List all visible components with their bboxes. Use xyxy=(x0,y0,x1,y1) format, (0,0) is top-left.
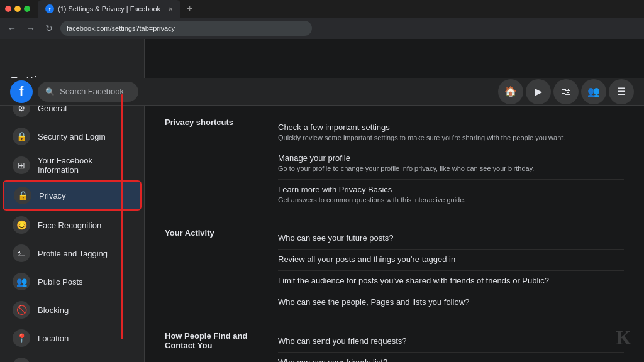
minimize-dot[interactable] xyxy=(14,6,21,12)
facebook-info-icon: ⊞ xyxy=(13,156,30,174)
close-dot[interactable] xyxy=(5,6,11,12)
activity-item-limit-audience[interactable]: Limit the audience for posts you've shar… xyxy=(278,271,624,292)
tab-close-button[interactable]: ✕ xyxy=(168,6,173,13)
search-bar[interactable]: 🔍 Search Facebook xyxy=(38,82,138,102)
maximize-dot[interactable] xyxy=(24,6,30,12)
privacy-icon: 🔒 xyxy=(14,187,31,204)
address-bar-row: ← → ↻ facebook.com/settings?tab=privacy xyxy=(0,18,644,39)
contact-friend-requests-title: Who can send you friend requests? xyxy=(278,336,624,346)
sidebar-item-location[interactable]: 📍 Location xyxy=(3,324,142,352)
privacy-item-check[interactable]: Check a few important settings Quickly r… xyxy=(278,118,624,148)
forward-button[interactable]: → xyxy=(24,21,38,36)
activity-item-future-posts[interactable]: Who can see your future posts? xyxy=(278,228,624,250)
activity-item-who-follow[interactable]: Who can see the people, Pages and lists … xyxy=(278,292,624,313)
active-tab[interactable]: f (1) Settings & Privacy | Facebook ✕ xyxy=(38,0,180,18)
sidebar-label-security: Security and Login xyxy=(38,132,106,141)
sidebar-label-profile-tagging: Profile and Tagging xyxy=(38,249,108,258)
privacy-item-basics-title: Learn more with Privacy Basics xyxy=(278,185,624,194)
address-bar[interactable]: facebook.com/settings?tab=privacy xyxy=(60,21,312,36)
sidebar-item-privacy[interactable]: 🔒 Privacy xyxy=(3,180,142,211)
activity-who-follow-title: Who can see the people, Pages and lists … xyxy=(278,297,624,307)
privacy-item-profile-title: Manage your profile xyxy=(278,153,624,163)
privacy-item-basics-desc: Get answers to common questions with thi… xyxy=(278,195,624,205)
tab-bar: f (1) Settings & Privacy | Facebook ✕ + xyxy=(0,0,644,18)
tab-title: (1) Settings & Privacy | Facebook xyxy=(58,5,160,13)
sidebar-item-blocking[interactable]: 🚫 Blocking xyxy=(3,296,142,324)
privacy-item-profile[interactable]: Manage your profile Go to your profile t… xyxy=(278,148,624,179)
blocking-icon: 🚫 xyxy=(13,301,30,319)
tab-favicon: f xyxy=(45,4,54,13)
video-icon-button[interactable]: ▶ xyxy=(526,79,551,104)
privacy-item-basics[interactable]: Learn more with Privacy Basics Get answe… xyxy=(278,180,624,210)
activity-item-review-posts[interactable]: Review all your posts and things you're … xyxy=(278,250,624,271)
section-label-find-contact: How People Find and Contact You xyxy=(165,331,278,350)
contact-item-friend-requests[interactable]: Who can send you friend requests? xyxy=(278,331,624,353)
sidebar-item-language[interactable]: Aa Language and Region xyxy=(3,353,142,362)
activity-future-posts-title: Who can see your future posts? xyxy=(278,233,624,243)
profile-tagging-icon: 🏷 xyxy=(13,244,30,262)
section-your-activity: Your Activity Who can see your future po… xyxy=(165,219,624,322)
location-icon: 📍 xyxy=(13,329,30,347)
privacy-item-check-desc: Quickly review some important settings t… xyxy=(278,133,624,143)
section-privacy-shortcuts: Privacy shortcuts Check a few important … xyxy=(165,109,624,219)
contact-friends-list-title: Who can see your friends list? xyxy=(278,358,624,362)
security-icon: 🔒 xyxy=(13,128,30,145)
sidebar-label-blocking: Blocking xyxy=(38,305,69,315)
privacy-item-check-title: Check a few important settings xyxy=(278,123,624,132)
refresh-button[interactable]: ↻ xyxy=(43,21,55,36)
sidebar-label-public-posts: Public Posts xyxy=(38,277,83,287)
language-icon: Aa xyxy=(13,358,30,362)
search-icon: 🔍 xyxy=(45,87,55,96)
sidebar-item-facebook-info[interactable]: ⊞ Your Facebook Information xyxy=(3,151,142,180)
sidebar-item-face-recognition[interactable]: 😊 Face Recognition xyxy=(3,211,142,239)
nav-icons: 🏠 ▶ 🛍 👥 ☰ xyxy=(498,79,634,104)
content-area: Privacy Settings and Tools Privacy short… xyxy=(145,67,644,362)
sidebar-item-security[interactable]: 🔒 Security and Login xyxy=(3,123,142,150)
section-content-privacy-shortcuts: Check a few important settings Quickly r… xyxy=(278,118,624,210)
menu-icon-button[interactable]: ☰ xyxy=(609,79,634,104)
sidebar-item-profile-tagging[interactable]: 🏷 Profile and Tagging xyxy=(3,239,142,267)
section-label-your-activity: Your Activity xyxy=(165,228,278,238)
back-button[interactable]: ← xyxy=(5,21,19,36)
browser-chrome: f (1) Settings & Privacy | Facebook ✕ + … xyxy=(0,0,644,39)
section-content-your-activity: Who can see your future posts? Review al… xyxy=(278,228,624,313)
search-placeholder: Search Facebook xyxy=(60,87,124,96)
face-recognition-icon: 😊 xyxy=(13,216,30,234)
store-icon-button[interactable]: 🛍 xyxy=(553,79,579,104)
privacy-item-profile-desc: Go to your profile to change your profil… xyxy=(278,164,624,173)
public-posts-icon: 👥 xyxy=(13,273,30,290)
sidebar-label-facebook-info: Your Facebook Information xyxy=(38,156,131,175)
sidebar-label-location: Location xyxy=(38,334,69,343)
activity-review-posts-title: Review all your posts and things you're … xyxy=(278,255,624,264)
sidebar-label-privacy: Privacy xyxy=(39,191,66,200)
new-tab-button[interactable]: + xyxy=(183,3,196,14)
home-icon-button[interactable]: 🏠 xyxy=(498,79,523,104)
people-icon-button[interactable]: 👥 xyxy=(581,79,606,104)
top-nav: f 🔍 Search Facebook 🏠 ▶ 🛍 👥 ☰ xyxy=(0,78,644,106)
facebook-logo: f xyxy=(10,80,33,103)
section-content-find-contact: Who can send you friend requests? Who ca… xyxy=(278,331,624,362)
activity-limit-audience-title: Limit the audience for posts you've shar… xyxy=(278,276,624,285)
contact-item-friends-list[interactable]: Who can see your friends list? xyxy=(278,353,624,362)
sidebar-item-public-posts[interactable]: 👥 Public Posts xyxy=(3,268,142,295)
section-find-contact: How People Find and Contact You Who can … xyxy=(165,322,624,362)
address-text: facebook.com/settings?tab=privacy xyxy=(67,25,175,32)
sidebar-label-face-recognition: Face Recognition xyxy=(38,221,101,230)
section-label-privacy-shortcuts: Privacy shortcuts xyxy=(165,118,278,127)
app-container: f 🔍 Search Facebook 🏠 ▶ 🛍 👥 ☰ Settings ⚙… xyxy=(0,39,644,362)
